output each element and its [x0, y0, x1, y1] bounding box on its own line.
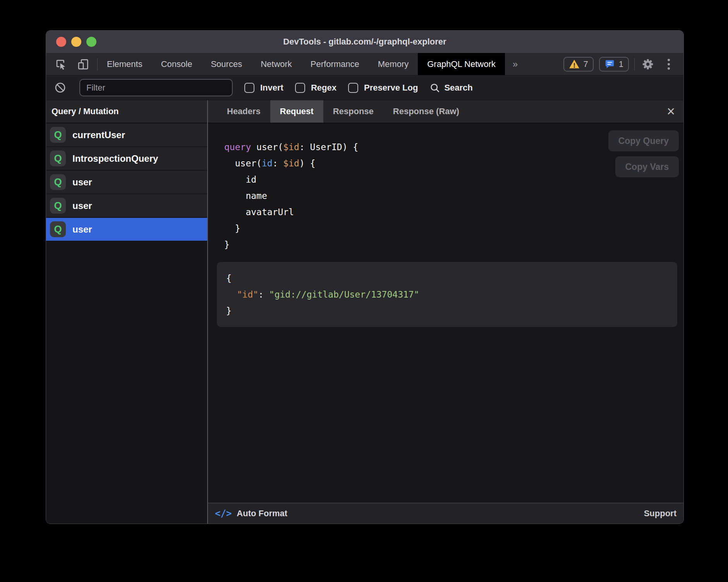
title-bar: DevTools - gitlab.com/-/graphql-explorer: [46, 31, 683, 53]
regex-checkbox[interactable]: [295, 83, 305, 93]
copy-buttons: Copy Query Copy Vars: [608, 130, 679, 177]
regex-label: Regex: [311, 83, 337, 93]
tab-performance[interactable]: Performance: [301, 53, 369, 75]
search-button[interactable]: Search: [429, 82, 472, 93]
list-item-user-1[interactable]: Q user: [46, 171, 207, 194]
devtools-window: DevTools - gitlab.com/-/graphql-explorer…: [46, 30, 684, 524]
main-split: Query / Mutation Q currentUser Q Introsp…: [46, 100, 683, 524]
tab-bar-icons: [46, 53, 97, 75]
detail-panel: Headers Request Response Response (Raw) …: [208, 100, 683, 524]
device-toolbar-icon[interactable]: [76, 56, 91, 72]
search-label: Search: [444, 83, 472, 93]
list-item-label: user: [72, 200, 92, 211]
tab-elements[interactable]: Elements: [98, 53, 152, 75]
variables-json-code: { "id": "gid://gitlab/User/13704317"}: [226, 270, 668, 319]
auto-format-icon: </>: [215, 508, 232, 519]
tab-response[interactable]: Response: [323, 100, 383, 123]
query-type-badge: Q: [50, 151, 66, 166]
detail-tabs: Headers Request Response Response (Raw) …: [208, 100, 683, 123]
devtools-tab-bar: Elements Console Sources Network Perform…: [46, 53, 683, 75]
list-item-label: user: [72, 177, 92, 188]
issues-badge[interactable]: 1: [599, 57, 629, 72]
inspect-element-icon[interactable]: [53, 56, 69, 72]
window-title: DevTools - gitlab.com/-/graphql-explorer: [283, 37, 446, 47]
chat-bubble-icon: [604, 59, 615, 69]
tab-response-raw[interactable]: Response (Raw): [383, 100, 469, 123]
sidebar-header: Query / Mutation: [46, 100, 207, 123]
preserve-log-checkbox[interactable]: [348, 83, 358, 93]
warnings-count: 7: [584, 59, 588, 69]
copy-query-button[interactable]: Copy Query: [608, 130, 679, 151]
panel-footer: </> Auto Format Support: [208, 503, 683, 524]
tab-memory[interactable]: Memory: [369, 53, 418, 75]
close-panel-icon[interactable]: ×: [664, 100, 678, 123]
status-badges: 7 1: [563, 53, 684, 75]
minimize-window-button[interactable]: [71, 37, 81, 47]
tab-sources[interactable]: Sources: [201, 53, 251, 75]
list-item-label: IntrospectionQuery: [72, 153, 158, 164]
list-item-currentuser[interactable]: Q currentUser: [46, 123, 207, 147]
query-list-sidebar: Query / Mutation Q currentUser Q Introsp…: [46, 100, 207, 524]
issues-count: 1: [619, 59, 623, 69]
warning-icon: [569, 59, 580, 69]
badge-divider: [634, 58, 635, 70]
filter-bar: Invert Regex Preserve Log Search: [46, 75, 683, 100]
close-window-button[interactable]: [56, 37, 66, 47]
list-item-label: currentUser: [72, 130, 125, 140]
variables-box: { "id": "gid://gitlab/User/13704317"}: [217, 262, 677, 327]
auto-format-button[interactable]: Auto Format: [237, 508, 287, 519]
more-tabs-icon[interactable]: »: [505, 53, 525, 75]
zoom-window-button[interactable]: [86, 37, 96, 47]
list-item-user-3-selected[interactable]: Q user: [46, 218, 207, 241]
list-item-user-2[interactable]: Q user: [46, 194, 207, 218]
query-type-badge: Q: [50, 174, 66, 190]
warnings-badge[interactable]: 7: [563, 57, 594, 72]
tab-network[interactable]: Network: [251, 53, 301, 75]
search-icon: [429, 82, 440, 93]
settings-gear-icon[interactable]: [640, 56, 656, 72]
query-list: Q currentUser Q IntrospectionQuery Q use…: [46, 123, 207, 241]
tab-request[interactable]: Request: [270, 100, 323, 123]
preserve-log-label: Preserve Log: [364, 83, 418, 93]
copy-vars-button[interactable]: Copy Vars: [615, 156, 679, 177]
query-type-badge: Q: [50, 198, 66, 214]
invert-checkbox-group[interactable]: Invert: [244, 83, 283, 93]
query-type-badge: Q: [50, 221, 66, 237]
query-type-badge: Q: [50, 127, 66, 143]
regex-checkbox-group[interactable]: Regex: [295, 83, 337, 93]
clear-log-icon[interactable]: [52, 80, 68, 96]
invert-label: Invert: [260, 83, 283, 93]
tab-headers[interactable]: Headers: [217, 100, 270, 123]
support-link[interactable]: Support: [644, 508, 676, 519]
list-item-label: user: [72, 224, 92, 235]
traffic-lights: [56, 31, 96, 53]
request-content: query user($id: UserID) { user(id: $id) …: [208, 123, 683, 503]
tab-console[interactable]: Console: [152, 53, 202, 75]
more-options-icon[interactable]: [661, 56, 676, 72]
filter-input[interactable]: [79, 79, 233, 96]
invert-checkbox[interactable]: [244, 83, 254, 93]
list-item-introspectionquery[interactable]: Q IntrospectionQuery: [46, 147, 207, 171]
tab-graphql-network[interactable]: GraphQL Network: [418, 53, 505, 75]
preserve-log-checkbox-group[interactable]: Preserve Log: [348, 83, 418, 93]
